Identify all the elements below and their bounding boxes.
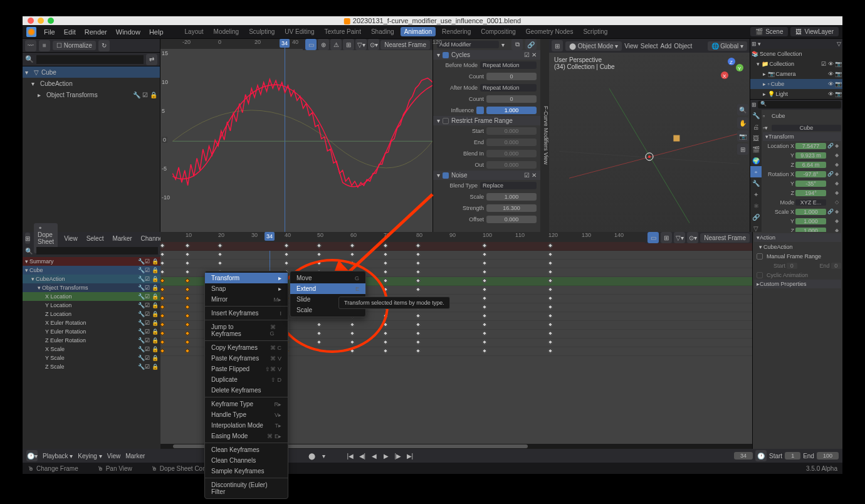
keyframe[interactable] (416, 313, 421, 318)
keyframe[interactable] (185, 278, 190, 283)
keyframe[interactable] (383, 339, 388, 344)
location-y-input[interactable]: 9.923 m (795, 152, 826, 159)
sidebar-tabs[interactable]: F-Curve Modifiers View (540, 39, 549, 232)
channel-cubeaction[interactable]: ▾CubeAction🔧☑🔒 (23, 275, 160, 283)
channel-x-location[interactable]: X Location🔧☑🔒 (23, 292, 160, 301)
maximize-window-button[interactable] (48, 18, 54, 24)
add-modifier-dropdown[interactable]: Add Modifier (437, 41, 499, 48)
workspace-tab-modeling[interactable]: Modeling (210, 27, 243, 36)
select-tool-icon[interactable]: ▭ (305, 39, 317, 50)
graph-canvas[interactable]: -20 0 20 40 60 80 100 120 34 15 10 5 0 -… (160, 39, 432, 232)
keyframe[interactable] (185, 313, 190, 318)
props-tab-output[interactable]: 🖨 (750, 121, 762, 132)
keyframe[interactable] (416, 260, 421, 265)
editor-type-icon[interactable]: 〰 (25, 40, 36, 51)
workspace-tab-shading[interactable]: Shading (367, 27, 398, 36)
dope-editor-icon[interactable]: ⊞ (25, 233, 30, 244)
keyframe[interactable] (218, 251, 223, 256)
noise-scale-input[interactable]: 1.000 (486, 193, 537, 201)
filter-icon[interactable]: ▽▾ (674, 232, 685, 243)
dope-playhead[interactable]: 34 (265, 232, 275, 241)
keyframe[interactable] (185, 339, 190, 344)
pivot-icon[interactable]: ⊙▾ (687, 232, 698, 243)
props-tab-modifier[interactable]: 🔧 (750, 177, 762, 189)
scene-selector[interactable]: 🎬 Scene (750, 27, 788, 36)
keyframe[interactable] (317, 260, 322, 265)
keyframe[interactable] (482, 295, 487, 300)
keyframe[interactable] (383, 251, 388, 256)
warn-icon[interactable]: ⚠ (330, 39, 342, 50)
menu-item-delete-keyframes[interactable]: Delete Keyframes (205, 385, 288, 396)
move-icon[interactable]: ✋ (737, 117, 748, 129)
keyframe[interactable] (185, 322, 190, 327)
menu-item-paste-flipped[interactable]: Paste Flipped⇧⌘ V (205, 364, 288, 374)
keyframe[interactable] (160, 313, 165, 318)
start-frame-input[interactable]: 1 (785, 452, 800, 459)
keyframe[interactable] (548, 295, 553, 300)
track-row[interactable] (160, 260, 752, 268)
menu-item-insert-keyframes[interactable]: Insert KeyframesI (205, 308, 288, 318)
blender-logo-icon[interactable] (26, 27, 36, 37)
close-window-button[interactable] (28, 18, 34, 24)
out-input[interactable]: 0.000 (486, 161, 537, 169)
channel-cube[interactable]: ▾Cube🔧☑🔒 (23, 266, 160, 275)
count-before-input[interactable]: 0 (486, 73, 537, 80)
restrict-range-header[interactable]: ▾Restrict Frame Range (433, 116, 540, 125)
keyframe[interactable] (482, 322, 487, 327)
zoom-icon[interactable]: 🔍 (737, 104, 748, 115)
action-section[interactable]: ▾ Action (754, 233, 841, 242)
keyframe[interactable] (160, 269, 165, 274)
keyframe[interactable] (185, 286, 190, 291)
editor-3d-icon[interactable]: ⊞ (552, 40, 563, 51)
snap-mode[interactable]: Nearest Frame (380, 40, 430, 50)
keyframe[interactable] (383, 286, 388, 291)
influence-input[interactable]: 1.000 (486, 107, 537, 114)
minimize-window-button[interactable] (38, 18, 44, 24)
before-mode-select[interactable]: Repeat Motion (480, 61, 537, 69)
keyframe[interactable] (548, 260, 553, 265)
keyframe[interactable] (383, 313, 388, 318)
outliner-icon[interactable]: ⊞ (752, 41, 757, 47)
menu-help[interactable]: Help (145, 27, 167, 37)
keyframe[interactable] (317, 339, 322, 344)
location-x-input[interactable]: 7.5477 (795, 143, 826, 149)
channel-x-scale[interactable]: X Scale🔧☑🔒 (23, 345, 160, 354)
rotation-y-input[interactable]: -35° (795, 181, 826, 187)
menu-item-mirror[interactable]: MirrorM▸ (205, 294, 288, 305)
menu-item-copy-keyframes[interactable]: Copy Keyframes⌘ C (205, 342, 288, 353)
play-reverse-icon[interactable]: ◀ (369, 451, 379, 461)
dope-search-input[interactable] (36, 247, 158, 255)
keyframe[interactable] (160, 243, 165, 248)
keyframe[interactable] (482, 330, 487, 335)
play-icon[interactable]: ▶ (381, 451, 391, 461)
props-tab-object[interactable]: ▫ (750, 166, 762, 177)
autokey-dropdown-icon[interactable]: ▾ (319, 451, 329, 461)
menu-item-transform[interactable]: Transform▸ (205, 273, 288, 283)
blend-type-select[interactable]: Replace (480, 182, 537, 189)
menu-item-sample-keyframes[interactable]: Sample Keyframes (205, 466, 288, 476)
keyframe[interactable] (317, 243, 322, 248)
timeline-icon[interactable]: 🕐▾ (26, 450, 38, 461)
keyframe[interactable] (160, 260, 165, 265)
props-icon[interactable]: ⊞ (752, 102, 757, 108)
prev-key-icon[interactable]: ◀| (357, 451, 367, 461)
menu-item-interpolation-mode[interactable]: Interpolation ModeT▸ (205, 420, 288, 431)
keyframe[interactable] (416, 330, 421, 335)
workspace-tab-scripting[interactable]: Scripting (579, 27, 611, 36)
channel-y-scale[interactable]: Y Scale🔧☑🔒 (23, 354, 160, 362)
keyframe[interactable] (383, 322, 388, 327)
keyframe[interactable] (383, 348, 388, 353)
menu-item-extend[interactable]: ExtendE (290, 283, 365, 294)
workspace-tab-rendering[interactable]: Rendering (438, 27, 474, 36)
keyframe[interactable] (350, 339, 355, 344)
keyframe[interactable] (185, 260, 190, 265)
keyframe[interactable] (383, 260, 388, 265)
keyframe[interactable] (185, 295, 190, 300)
vp-menu-select[interactable]: Select (641, 43, 658, 50)
keyframe[interactable] (383, 243, 388, 248)
noise-modifier-header[interactable]: ▾Noise☑ ✕ (433, 171, 540, 180)
dope-menu-select[interactable]: Select (84, 234, 107, 243)
copy-icon[interactable]: ⧉ (511, 39, 523, 50)
filter-icon[interactable]: ▽ (837, 41, 841, 47)
dope-menu-view[interactable]: View (61, 234, 80, 243)
